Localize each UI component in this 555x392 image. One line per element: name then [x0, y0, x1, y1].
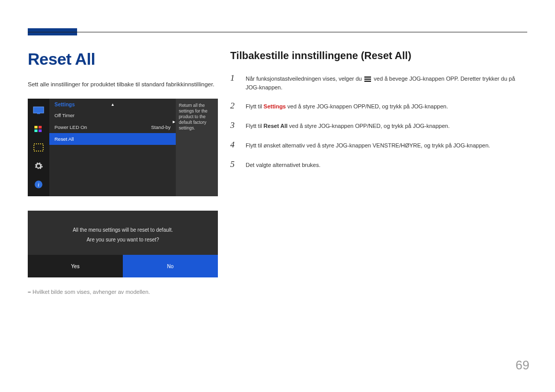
menu-icon: [364, 77, 371, 82]
osd-row-label: Reset All: [54, 136, 74, 142]
step-number: 4: [230, 140, 237, 150]
page-number: 69: [515, 358, 529, 372]
gear-icon: [32, 160, 45, 172]
step-number: 1: [230, 73, 237, 83]
osd-row-offtimer: Off Timer: [49, 109, 176, 121]
osd-screenshot: i Settings ▴ Off Timer Power LED On Stan…: [28, 99, 218, 196]
osd-description: ▸ Return all the settings for the produc…: [176, 99, 218, 196]
info-icon: i: [32, 179, 45, 190]
left-column: Reset All Sett alle innstillinger for pr…: [28, 50, 222, 295]
keyword-resetall: Reset All: [264, 123, 288, 129]
dialog-buttons: Yes No: [28, 255, 218, 277]
osd-main: Settings ▴ Off Timer Power LED On Stand-…: [49, 99, 176, 196]
keyword-settings: Settings: [264, 103, 286, 109]
step-3: 3 Flytt til Reset All ved å styre JOG-kn…: [230, 120, 528, 130]
svg-rect-2: [34, 126, 38, 128]
svg-rect-3: [39, 126, 42, 128]
svg-rect-6: [34, 144, 43, 151]
step-text: Flytt til Settings ved å styre JOG-knapp…: [246, 101, 448, 111]
color-icon: [32, 123, 45, 135]
svg-rect-1: [37, 113, 40, 114]
step-2: 2 Flytt til Settings ved å styre JOG-kna…: [230, 101, 528, 111]
step-text: Flytt til Reset All ved å styre JOG-knap…: [246, 120, 450, 130]
step-5: 5 Det valgte alternativet brukes.: [230, 159, 528, 170]
dialog-line2: Are you sure you want to reset?: [86, 237, 159, 242]
svg-rect-0: [33, 107, 44, 113]
dialog-text: All the menu settings will be reset to d…: [28, 225, 218, 255]
osd-row-value: Stand-by: [151, 124, 171, 130]
picture-icon: [32, 105, 45, 116]
footnote: Hvilket bilde som vises, avhenger av mod…: [28, 289, 222, 295]
page-title: Reset All: [28, 50, 222, 69]
arrow-up-icon: ▴: [112, 102, 114, 107]
svg-text:i: i: [38, 182, 40, 188]
no-button[interactable]: No: [123, 255, 218, 277]
step-1: 1 Når funksjonstastveiledningen vises, v…: [230, 73, 528, 91]
intro-text: Sett alle innstillinger for produktet ti…: [28, 81, 222, 87]
resize-icon: [32, 142, 45, 153]
svg-rect-5: [39, 129, 42, 132]
osd-row-label: Power LED On: [54, 124, 87, 130]
osd-row-resetall: Reset All: [49, 133, 176, 145]
osd-description-text: Return all the settings for the product …: [179, 103, 208, 130]
yes-button[interactable]: Yes: [28, 255, 123, 277]
step-number: 2: [230, 101, 237, 111]
osd-row-label: Off Timer: [54, 113, 75, 118]
dialog-line1: All the menu settings will be reset to d…: [72, 227, 173, 233]
right-column: Tilbakestille innstillingene (Reset All)…: [230, 50, 528, 179]
osd-sidebar: i: [28, 99, 49, 196]
svg-rect-4: [34, 129, 38, 132]
step-text: Det valgte alternativet brukes.: [246, 159, 321, 170]
step-number: 3: [230, 120, 237, 130]
section-title: Tilbakestille innstillingene (Reset All): [230, 50, 528, 62]
arrow-right-icon: ▸: [173, 118, 175, 125]
step-number: 5: [230, 159, 237, 170]
step-text: Når funksjonstastveiledningen vises, vel…: [246, 73, 528, 91]
reset-dialog: All the menu settings will be reset to d…: [28, 211, 218, 277]
step-text: Flytt til ønsket alternativ ved å styre …: [246, 140, 490, 150]
header-rule: [28, 32, 527, 32]
step-4: 4 Flytt til ønsket alternativ ved å styr…: [230, 140, 528, 150]
osd-row-powerled: Power LED On Stand-by: [49, 121, 176, 133]
